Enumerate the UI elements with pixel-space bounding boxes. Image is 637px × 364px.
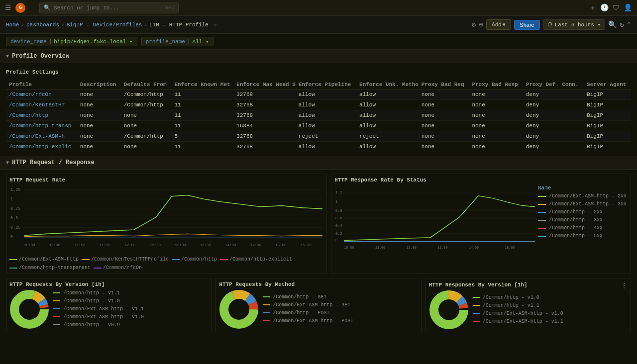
svg-text:0.2: 0.2 [335, 232, 342, 236]
breadcrumb-actions: ⚙ ⊕ Add ▾ Share ⏱ Last 6 hours ▾ 🔍 ↻ ⌃ [472, 19, 631, 30]
breadcrumb-current: LTM – HTTP Profile [149, 22, 209, 28]
svg-text:1: 1 [335, 200, 338, 204]
topbar-right: ＋ 🕐 🛡 👤 [589, 3, 632, 12]
legend-item: /Common/Ext-ASM-http [9, 257, 79, 262]
add-button[interactable]: Add ▾ [486, 19, 512, 30]
response-rate-area: 1.2 1 0.8 0.6 0.4 0.2 0 [334, 185, 536, 255]
svg-text:0.8: 0.8 [335, 209, 342, 213]
version-legend: /Common/http - v1.1/Common/http - v1.0/C… [53, 290, 144, 329]
sep3: › [144, 22, 147, 28]
legend-item: /Common/Ext-ASM-http - v1.1 [473, 319, 563, 324]
share-icon[interactable]: ⊕ [479, 20, 483, 29]
legend-item: /Common/Ext-ASM-http - 3xx [538, 201, 628, 207]
svg-text:0.25: 0.25 [10, 225, 20, 230]
requests-by-method-title: HTTP Requests By Method [219, 281, 418, 287]
requests-by-version-chart: HTTP Requests By Version [1h] /Common/ht… [6, 278, 212, 333]
requests-version-donut: /Common/http - v1.1/Common/http - v1.0/C… [9, 289, 208, 329]
legend-item: /Common/http [172, 257, 217, 262]
legend-item: /Common/http - 5xx [538, 233, 628, 239]
table-row: /Common/Ext-ASM-hnone/Common/http532768r… [6, 131, 631, 142]
refresh-icon[interactable]: ↻ [620, 20, 624, 29]
svg-text:0.4: 0.4 [335, 224, 342, 228]
col-profile: Profile [6, 80, 77, 90]
svg-text:0.6: 0.6 [335, 216, 342, 220]
svg-text:0: 0 [335, 238, 338, 242]
charts-section: HTTP Request Rate 1.25 1 0.75 0.5 0.25 0 [0, 170, 637, 337]
profile-overview-title: Profile Overview [12, 53, 69, 60]
svg-text:10:00: 10:00 [344, 246, 354, 250]
responses-by-version-chart: HTTP Responses By Version [1h] ⋮ /Common… [425, 278, 631, 333]
profile-settings-container: Profile Settings Profile Description Def… [0, 63, 637, 156]
col-description: Description [77, 80, 121, 90]
requests-by-version-title: HTTP Requests By Version [1h] [9, 281, 208, 287]
chart-menu-icon[interactable]: ⋮ [621, 281, 628, 290]
profile-name-filter[interactable]: profile_name | All ▾ [141, 37, 213, 46]
svg-text:11:00: 11:00 [375, 246, 385, 250]
responses-donut-svg [429, 290, 469, 330]
legend-item: /Common/Ext-ASM-http - v1.0 [53, 314, 144, 320]
col-server-agent: Server Agent [584, 80, 631, 90]
breadcrumb-home[interactable]: Home [6, 22, 19, 28]
table-row: /Common/http-explicnonenone1132768allowa… [6, 142, 631, 152]
user-icon[interactable]: 👤 [624, 3, 632, 12]
breadcrumb-device-profiles[interactable]: BigIP - Device/Profiles [67, 22, 142, 28]
star-icon[interactable]: ☆ [213, 21, 217, 28]
legend-item: /Common/Ext-ASM-http - v1.1 [53, 306, 144, 312]
legend-title: Name [538, 185, 628, 191]
time-range-selector[interactable]: ⏱ Last 6 hours ▾ [543, 19, 605, 30]
main-content: ▼ Profile Overview Profile Settings Prof… [0, 50, 637, 364]
legend-item: /Common/rfcOn [94, 265, 142, 271]
grafana-logo: G [15, 3, 25, 13]
device-name-filter[interactable]: device_name | bigip/Edge1.f5kc.local ▾ [6, 37, 137, 46]
search-shortcut: ⌘+k [165, 5, 174, 11]
svg-text:15:00: 15:00 [275, 243, 286, 247]
search-input[interactable] [54, 5, 162, 11]
legend-item: /Common/http-transparent [9, 265, 91, 271]
version-donut-svg [9, 289, 49, 329]
clock-icon[interactable]: 🕐 [600, 3, 609, 12]
col-proxy-bad-req: Proxy Bad Req [419, 80, 469, 90]
legend-item: /Common/http - POST [263, 310, 353, 316]
col-enforce-unk: Enforce Unk. Metho [356, 80, 419, 90]
svg-text:13:30: 13:30 [200, 243, 211, 247]
svg-text:1.2: 1.2 [335, 190, 342, 194]
col-enforce-max: Enforce Max Head S [233, 80, 296, 90]
legend-item: /Common/http - v1.0 [473, 295, 563, 300]
requests-method-donut: /Common/http - GET/Common/Ext-ASM-http -… [219, 289, 418, 329]
svg-text:11:00: 11:00 [74, 243, 85, 247]
profile-overview-header[interactable]: ▼ Profile Overview [0, 50, 637, 63]
share-button[interactable]: Share [514, 20, 539, 30]
legend-item: /Common/Ext-ASM-http - GET [263, 302, 353, 308]
svg-text:10:30: 10:30 [49, 243, 60, 247]
shield-icon[interactable]: 🛡 [613, 4, 620, 12]
plus-icon[interactable]: ＋ [589, 3, 596, 12]
svg-text:12:00: 12:00 [124, 243, 135, 247]
collapse-icon[interactable]: ⌃ [627, 20, 631, 29]
response-rate-chart: HTTP Response Rate By Status 1.2 1 0.8 0… [331, 174, 631, 274]
response-rate-title: HTTP Response Rate By Status [334, 177, 628, 183]
search-box[interactable]: 🔍 ⌘+k [39, 2, 179, 13]
requests-by-method-chart: HTTP Requests By Method /Common/http - G… [215, 278, 421, 333]
bottom-charts-row: HTTP Requests By Version [1h] /Common/ht… [6, 278, 631, 333]
svg-text:1.25: 1.25 [10, 187, 20, 192]
request-rate-chart: HTTP Request Rate 1.25 1 0.75 0.5 0.25 0 [6, 174, 327, 274]
settings-icon[interactable]: ⚙ [472, 20, 476, 29]
legend-item: /Common/http - v0.9 [53, 322, 144, 328]
breadcrumb-dashboards[interactable]: Dashboards [26, 22, 59, 28]
svg-text:14:30: 14:30 [250, 243, 261, 247]
http-section-header[interactable]: ▼ HTTP Request / Response [0, 156, 637, 170]
svg-text:13:00: 13:00 [175, 243, 186, 247]
responses-by-version-title: HTTP Responses By Version [1h] [429, 282, 621, 288]
legend-item: /Common/http - v1.1 [53, 290, 144, 296]
svg-text:11:30: 11:30 [100, 243, 110, 247]
top-charts-row: HTTP Request Rate 1.25 1 0.75 0.5 0.25 0 [6, 174, 631, 274]
svg-text:13:00: 13:00 [437, 246, 447, 250]
search-icon: 🔍 [44, 4, 51, 11]
legend-item: /Common/http-explicit [220, 257, 292, 262]
svg-text:15:00: 15:00 [505, 246, 515, 250]
hamburger-icon[interactable]: ☰ [5, 3, 11, 12]
request-rate-area: 1.25 1 0.75 0.5 0.25 0 [9, 185, 323, 255]
legend-item: /Common/http - v1.1 [473, 303, 563, 308]
zoom-out-icon[interactable]: 🔍 [608, 20, 617, 29]
legend-item: /Common/http - 4xx [538, 225, 628, 231]
